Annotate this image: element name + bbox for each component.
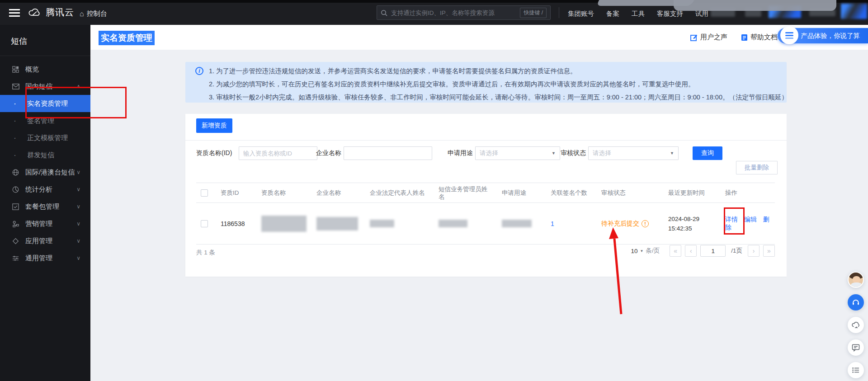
brand-name: 腾讯云 bbox=[46, 6, 74, 19]
sidebar-item-domestic-sms[interactable]: 国内短信 ∧ bbox=[0, 78, 90, 95]
survey-list-button[interactable] bbox=[848, 362, 864, 378]
col-audit-status: 审核状态 bbox=[597, 183, 664, 203]
col-usage: 申请用途 bbox=[497, 183, 546, 203]
doc-chat-icon bbox=[852, 343, 860, 352]
name-filter-input[interactable] bbox=[239, 147, 317, 160]
company-filter-input[interactable] bbox=[344, 147, 432, 160]
audit-status-badge: 待补充后提交 ! bbox=[601, 220, 659, 228]
sidebar-item-statistics[interactable]: 统计分析 ∨ bbox=[0, 181, 90, 198]
sidebar-item-marketing-management[interactable]: 营销管理 ∨ bbox=[0, 215, 90, 232]
add-qualification-button[interactable]: 新增资质 bbox=[196, 118, 232, 133]
linked-signatures-link[interactable]: 1 bbox=[551, 220, 554, 227]
edit-link[interactable]: 编辑 bbox=[744, 216, 757, 223]
usage-filter-select[interactable]: 请选择 ▼ bbox=[475, 146, 560, 160]
redacted-block bbox=[841, 4, 867, 19]
sidebar-item-general-management[interactable]: 通用管理 ∨ bbox=[0, 249, 90, 267]
banner-line-2: 2. 为减少您的填写时长，可在历史已有签名对应的资质资料中继续补充后提交审核。资… bbox=[209, 78, 788, 91]
prev-page-button[interactable]: ‹ bbox=[685, 245, 697, 257]
page-number-input[interactable] bbox=[700, 245, 726, 257]
name-filter-label: 资质名称(ID) bbox=[196, 149, 232, 157]
document-icon bbox=[741, 34, 748, 41]
chevron-down-icon: ∨ bbox=[76, 186, 80, 193]
diamond-icon bbox=[12, 237, 19, 245]
status-filter-label: 审核状态 bbox=[561, 149, 586, 157]
info-banner: i 1. 为了进一步管控违法违规短信的发送，并参考运营商实名发送短信的要求，申请… bbox=[185, 62, 787, 103]
page-size-select[interactable]: 10 ▼ 条/页 bbox=[631, 247, 660, 255]
pie-chart-icon bbox=[12, 186, 19, 193]
col-sms-admin: 短信业务管理员姓名 bbox=[434, 183, 497, 203]
redacted-legal-representative bbox=[370, 220, 394, 227]
cell-qualification-id: 1186538 bbox=[216, 203, 257, 245]
sidebar-item-bulk-sms[interactable]: · 群发短信 bbox=[0, 146, 90, 164]
company-filter-input-wrap bbox=[344, 146, 432, 160]
headset-icon bbox=[852, 298, 860, 306]
chevron-down-icon: ∨ bbox=[76, 255, 80, 261]
pagination: 10 ▼ 条/页 « ‹ /1页 › » bbox=[631, 245, 775, 257]
updated-time: 15:42:35 bbox=[668, 224, 716, 233]
navbar-divider bbox=[559, 7, 559, 18]
page-title: 实名资质管理 bbox=[99, 31, 155, 45]
floating-toolbar bbox=[848, 272, 864, 381]
select-all-checkbox[interactable] bbox=[201, 189, 208, 197]
col-operations: 操作 bbox=[721, 183, 775, 203]
sidebar: 短信 概览 国内短信 ∧ · 实名资质管理 · 签名管理 · 正文模板管理 bbox=[0, 25, 90, 381]
package-icon bbox=[12, 203, 19, 211]
batch-delete-button[interactable]: 批量删除 bbox=[736, 161, 778, 174]
mail-icon bbox=[12, 83, 19, 90]
next-page-button[interactable]: › bbox=[748, 245, 760, 257]
select-arrow-icon: ▼ bbox=[670, 151, 674, 155]
status-filter-select[interactable]: 请选择 ▼ bbox=[588, 146, 679, 160]
page-count-label: /1页 bbox=[731, 247, 742, 255]
menu-tools[interactable]: 工具 bbox=[632, 9, 645, 18]
usage-filter-label: 申请用途 bbox=[448, 149, 473, 157]
cloud-logo-icon bbox=[28, 8, 42, 18]
detail-link[interactable]: 详情 bbox=[725, 216, 738, 223]
sidebar-item-application-management[interactable]: 应用管理 ∨ bbox=[0, 232, 90, 249]
assistant-avatar[interactable] bbox=[848, 272, 864, 288]
total-count: 共 1 条 bbox=[196, 249, 215, 257]
sidebar-item-signature-management[interactable]: · 签名管理 bbox=[0, 112, 90, 129]
redacted-sms-admin bbox=[439, 220, 467, 227]
sidebar-item-overview[interactable]: 概览 bbox=[0, 61, 90, 78]
customer-service-button[interactable] bbox=[848, 294, 864, 310]
first-page-button[interactable]: « bbox=[670, 245, 681, 257]
sidebar-item-realname-qualification[interactable]: · 实名资质管理 bbox=[0, 95, 90, 112]
row-checkbox[interactable] bbox=[201, 220, 208, 227]
menu-group-account[interactable]: 集团账号 bbox=[568, 9, 594, 18]
sidebar-item-package-management[interactable]: 套餐包管理 ∨ bbox=[0, 198, 90, 215]
chevron-down-icon: ∨ bbox=[76, 238, 80, 244]
org-chart-icon bbox=[12, 220, 19, 228]
docs-chat-button[interactable] bbox=[848, 339, 864, 356]
tencent-cloud-logo[interactable]: 腾讯云 bbox=[28, 6, 74, 19]
menu-icp[interactable]: 备案 bbox=[606, 9, 619, 18]
search-input[interactable] bbox=[391, 9, 520, 16]
select-arrow-icon: ▼ bbox=[552, 151, 556, 155]
query-button[interactable]: 查询 bbox=[693, 146, 722, 160]
last-page-button[interactable]: » bbox=[763, 245, 775, 257]
help-docs-link[interactable]: 帮助文档 bbox=[741, 33, 778, 42]
company-filter-label: 企业名称 bbox=[316, 149, 341, 157]
bullet-icon: · bbox=[14, 153, 27, 157]
col-legal-representative: 企业法定代表人姓名 bbox=[365, 183, 434, 203]
col-updated-time: 最近更新时间 bbox=[664, 183, 721, 203]
console-link[interactable]: ⌂ 控制台 bbox=[80, 9, 107, 18]
hamburger-menu-icon[interactable] bbox=[9, 9, 20, 17]
col-qualification-name: 资质名称 bbox=[257, 183, 312, 203]
select-arrow-icon: ▼ bbox=[640, 249, 644, 253]
grid-icon bbox=[12, 66, 19, 73]
sidebar-item-international-sms[interactable]: 国际/港澳台短信 ∨ bbox=[0, 164, 90, 181]
cursor-artifact bbox=[674, 0, 836, 11]
global-search[interactable]: 快捷键 / bbox=[377, 5, 551, 20]
user-voice-link[interactable]: 用户之声 bbox=[690, 33, 727, 42]
warning-icon: ! bbox=[642, 220, 649, 227]
banner-line-3: 3. 审核时长一般2小时内完成。如遇升级核验、审核任务较多、非工作时间，审核时间… bbox=[209, 91, 788, 104]
feedback-button[interactable] bbox=[848, 317, 864, 333]
product-experience-pill[interactable]: 产品体验，你说了算 bbox=[778, 28, 868, 43]
sidebar-item-template-management[interactable]: · 正文模板管理 bbox=[0, 129, 90, 146]
scroll-icon bbox=[780, 26, 798, 44]
redacted-usage bbox=[502, 220, 532, 227]
search-icon bbox=[381, 9, 387, 16]
bullet-icon: · bbox=[14, 101, 27, 106]
sidebar-product-title: 短信 bbox=[0, 25, 90, 56]
info-icon: i bbox=[195, 67, 203, 75]
